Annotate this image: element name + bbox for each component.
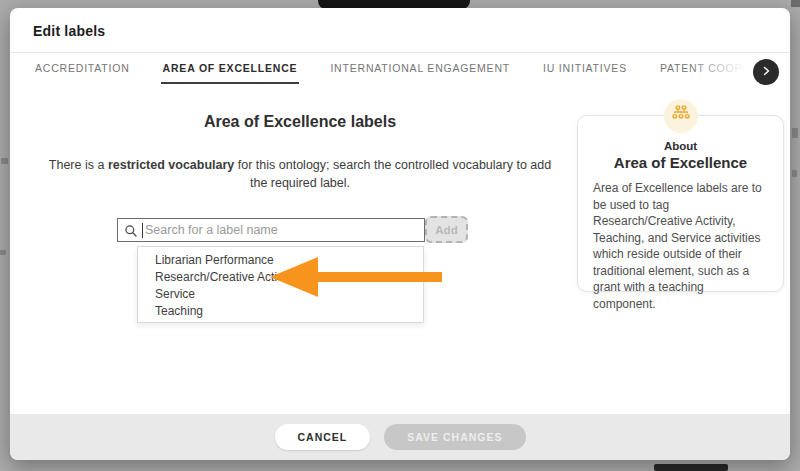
tab-accreditation[interactable]: ACCREDITATION xyxy=(33,53,132,84)
chevron-right-icon xyxy=(760,63,772,81)
about-icon-badge xyxy=(664,99,698,133)
background-page-fragment xyxy=(791,0,800,7)
about-eyebrow: About xyxy=(578,140,783,152)
background-page-fragment xyxy=(792,170,797,177)
list-item[interactable]: Teaching xyxy=(138,303,423,320)
orange-pointer-arrow xyxy=(270,257,318,297)
background-page-fragment xyxy=(792,128,798,138)
background-page-fragment xyxy=(0,250,6,255)
about-body-text: Area of Excellence labels are to be used… xyxy=(593,180,768,312)
save-changes-button[interactable]: SAVE CHANGES xyxy=(384,424,525,450)
about-panel: About Area of Excellence Area of Excelle… xyxy=(577,115,784,292)
orange-pointer-arrow-shaft xyxy=(316,272,442,282)
tab-iu-initiatives[interactable]: IU INITIATIVES xyxy=(541,53,629,84)
search-input[interactable] xyxy=(145,219,421,241)
text-cursor xyxy=(142,223,143,238)
tab-international-engagement[interactable]: INTERNATIONAL ENGAGEMENT xyxy=(328,53,512,84)
dialog-title: Edit labels xyxy=(33,23,105,39)
background-page-fragment xyxy=(654,464,728,471)
tab-patent-cooperation-treaty[interactable]: PATENT COOPERATION TREATY CO xyxy=(658,53,750,84)
tabs-scroll-right-button[interactable] xyxy=(753,59,779,85)
tab-area-of-excellence[interactable]: AREA OF EXCELLENCE xyxy=(161,53,300,84)
cancel-button[interactable]: CANCEL xyxy=(275,424,371,450)
label-search-box xyxy=(117,218,425,242)
ontology-tabbar: ACCREDITATION AREA OF EXCELLENCE INTERNA… xyxy=(33,53,750,84)
add-button[interactable]: Add xyxy=(425,216,468,243)
section-heading: Area of Excellence labels xyxy=(30,113,570,131)
hierarchy-icon xyxy=(671,104,691,128)
section-description: There is a restricted vocabulary for thi… xyxy=(45,156,555,192)
screen: Edit labels ACCREDITATION AREA OF EXCELL… xyxy=(0,0,800,471)
background-page-fragment xyxy=(1,158,8,164)
edit-labels-dialog: Edit labels ACCREDITATION AREA OF EXCELL… xyxy=(10,8,790,460)
about-title: Area of Excellence xyxy=(578,154,783,171)
dialog-footer: CANCEL SAVE CHANGES xyxy=(10,414,790,460)
